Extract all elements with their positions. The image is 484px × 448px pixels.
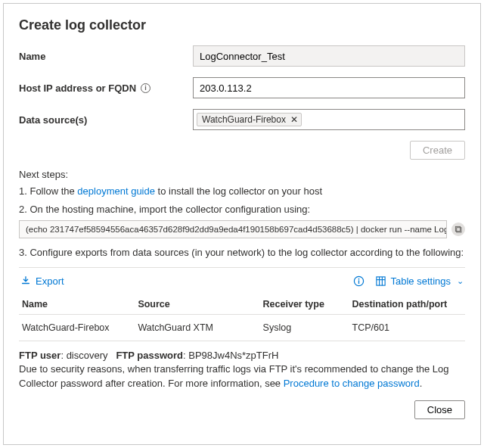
step-1: 1. Follow the deployment guide to instal… bbox=[19, 185, 465, 198]
change-password-link[interactable]: Procedure to change password bbox=[284, 378, 420, 389]
create-button: Create bbox=[410, 141, 465, 160]
svg-rect-4 bbox=[358, 280, 358, 284]
th-source: Source bbox=[135, 294, 259, 315]
table-settings-label: Table settings bbox=[391, 275, 451, 287]
cell-dest: TCP/601 bbox=[349, 314, 465, 341]
divider bbox=[19, 267, 465, 268]
datasource-input[interactable]: WatchGuard-Firebox ✕ bbox=[193, 109, 465, 130]
export-button[interactable]: Export bbox=[20, 275, 64, 287]
host-label-text: Host IP address or FQDN bbox=[19, 82, 136, 94]
ftp-info: FTP user: discovery FTP password: BP98Jw… bbox=[19, 349, 465, 392]
table-info-icon[interactable] bbox=[353, 275, 365, 287]
remove-tag-icon[interactable]: ✕ bbox=[290, 115, 298, 124]
th-dest: Destination path/port bbox=[349, 294, 465, 315]
name-input[interactable] bbox=[193, 45, 465, 67]
command-box[interactable]: (echo 231747ef58594556aca46357d628f9d2dd… bbox=[19, 220, 447, 238]
exports-table: Name Source Receiver type Destination pa… bbox=[19, 294, 465, 341]
ftp-user-label: FTP user bbox=[19, 350, 60, 361]
download-icon bbox=[20, 275, 31, 286]
svg-point-3 bbox=[358, 278, 359, 279]
name-label: Name bbox=[19, 51, 193, 62]
form-row-datasource: Data source(s) WatchGuard-Firebox ✕ bbox=[19, 109, 465, 130]
next-steps-heading: Next steps: bbox=[19, 169, 465, 180]
cell-name: WatchGuard-Firebox bbox=[19, 314, 135, 341]
cell-receiver: Syslog bbox=[260, 314, 349, 341]
close-row: Close bbox=[19, 400, 465, 419]
form-row-name: Name bbox=[19, 45, 465, 67]
export-label: Export bbox=[36, 275, 64, 287]
host-label: Host IP address or FQDN i bbox=[19, 82, 193, 94]
ftp-note-post: . bbox=[420, 378, 423, 389]
command-row: (echo 231747ef58594556aca46357d628f9d2dd… bbox=[19, 220, 465, 238]
copy-command-button[interactable] bbox=[451, 222, 465, 236]
ftp-user-value: discovery bbox=[67, 350, 108, 361]
th-name: Name bbox=[19, 294, 135, 315]
datasource-label: Data source(s) bbox=[19, 114, 193, 126]
table-toolbar: Export Table settings ⌄ bbox=[19, 272, 465, 294]
copy-icon bbox=[455, 226, 463, 234]
form-row-host: Host IP address or FQDN i bbox=[19, 77, 465, 98]
step-2: 2. On the hosting machine, import the co… bbox=[19, 203, 465, 216]
step-3: 3. Configure exports from data sources (… bbox=[19, 246, 465, 260]
deployment-guide-link[interactable]: deployment guide bbox=[77, 185, 155, 197]
info-icon[interactable]: i bbox=[141, 83, 150, 93]
table-header-row: Name Source Receiver type Destination pa… bbox=[19, 294, 465, 315]
ftp-pass-label: FTP password bbox=[116, 350, 183, 361]
svg-rect-5 bbox=[376, 277, 384, 285]
dialog-title: Create log collector bbox=[19, 17, 465, 33]
datasource-tag-label: WatchGuard-Firebox bbox=[202, 114, 286, 125]
create-button-row: Create bbox=[19, 141, 465, 160]
table-settings-button[interactable]: Table settings ⌄ bbox=[375, 275, 464, 287]
cell-source: WatchGuard XTM bbox=[135, 314, 259, 341]
close-button[interactable]: Close bbox=[414, 400, 465, 419]
table-row[interactable]: WatchGuard-Firebox WatchGuard XTM Syslog… bbox=[19, 314, 465, 341]
table-settings-icon bbox=[375, 275, 386, 287]
create-log-collector-dialog: Create log collector Name Host IP addres… bbox=[3, 3, 481, 445]
chevron-down-icon: ⌄ bbox=[457, 276, 464, 286]
datasource-tag: WatchGuard-Firebox ✕ bbox=[197, 113, 302, 126]
ftp-pass-value: BP98Jw4Ns*zpTFrH bbox=[188, 350, 278, 361]
th-receiver: Receiver type bbox=[260, 294, 349, 315]
host-input[interactable] bbox=[193, 77, 465, 98]
